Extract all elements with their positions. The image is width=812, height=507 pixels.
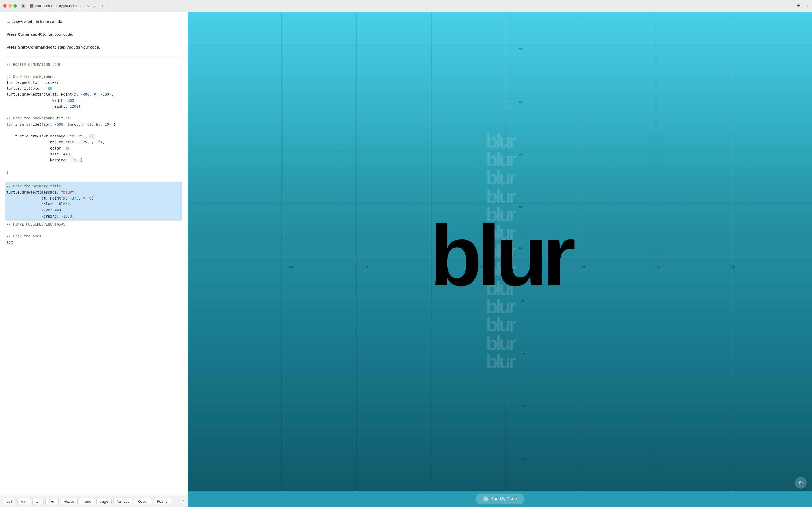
keyword-color[interactable]: Color	[134, 498, 152, 505]
code-drawtext5: kerning: -15.0)	[50, 158, 83, 162]
comment-poster: // POSTER GENERATION CODE	[6, 62, 61, 67]
code-drawtext3: color: ,	[50, 146, 72, 150]
blur-row-12: blur	[486, 334, 514, 352]
blur-row-2: blur	[486, 150, 514, 169]
code-drawtext1: turtle.drawText(message: "blur",	[15, 134, 85, 138]
color-swatch-cyan	[48, 87, 52, 91]
keyword-bar: let var if for while func page turtle Co…	[0, 496, 188, 507]
keyword-while[interactable]: while	[60, 498, 77, 505]
code-drawrect3: height: 1200)	[6, 104, 80, 109]
traffic-lights	[3, 4, 17, 7]
divider	[6, 57, 181, 57]
blur-row-4: blur	[486, 187, 514, 206]
window-title: 📓 Blur - Lesson.playgroundbook	[30, 4, 81, 8]
keyword-func[interactable]: func	[79, 498, 95, 505]
sidebar-toggle-button[interactable]: ⊞	[22, 3, 25, 8]
keyword-expand-button[interactable]: ⌃	[181, 499, 185, 504]
code-drawrect1: turtle.drawRectangle(at: Point(x: -400, …	[6, 92, 113, 97]
run-icon: ▶	[483, 496, 488, 502]
nav-buttons: ‹ ›	[100, 2, 111, 9]
code-drawtext4: size: 440,	[50, 152, 72, 156]
copy-drawtext1[interactable]: ⧉	[90, 134, 95, 139]
color-swatch-gray	[66, 147, 69, 150]
prose-text: … to see what the turtle can do. Press C…	[0, 16, 188, 53]
close-button[interactable]	[3, 4, 7, 7]
minimize-button[interactable]	[8, 4, 12, 7]
code-pencolor: turtle.penColor = .clear	[6, 80, 59, 84]
preview-canvas: blur blur blur blur blur blur blur blur …	[188, 12, 812, 491]
code-drawtext2: at: Point(x: -375, y: i),	[50, 140, 105, 144]
blur-main-title: blur	[429, 213, 570, 299]
code-panel: … to see what the turtle can do. Press C…	[0, 12, 188, 507]
keyword-let[interactable]: let	[3, 498, 16, 505]
comment-bg: // Draw the background	[6, 74, 55, 79]
maximize-button[interactable]	[13, 4, 17, 7]
blur-row-1: blur	[486, 132, 514, 150]
keyword-point[interactable]: Point	[154, 498, 171, 505]
code-fillcolor: turtle.fillColor =	[6, 86, 52, 91]
title-text: Blur - Lesson.playgroundbook	[35, 4, 81, 8]
sketch-label-container: Sketch	[85, 3, 95, 8]
keyword-if[interactable]: if	[33, 498, 44, 505]
keyword-for[interactable]: for	[45, 498, 59, 505]
comment-bg-titles: // Draw the background titles	[6, 116, 70, 120]
highlighted-code: // Draw the primary title turtle.drawTex…	[6, 183, 181, 219]
comment-final: // FINAL HOUSEKEEPING TASKS	[6, 222, 65, 226]
run-button-label: Run My Code	[490, 497, 517, 501]
code-let: let	[6, 240, 13, 244]
keyword-turtle[interactable]: turtle	[113, 498, 133, 505]
blur-row-13: blur	[486, 352, 514, 371]
highlighted-block: // Draw the primary title turtle.drawTex…	[5, 181, 182, 221]
code-drawrect2: width: 800,	[6, 98, 76, 103]
prose-line-3: Press Shift-Command-R to step through yo…	[6, 44, 181, 51]
keyword-page[interactable]: page	[97, 498, 112, 505]
code-for: for i in stride(from: -600, through: 60,…	[6, 122, 115, 126]
step-button[interactable]: ↻	[795, 477, 807, 489]
main-area: … to see what the turtle can do. Press C…	[0, 12, 812, 507]
blur-row-11: blur	[486, 316, 514, 334]
titlebar: ⊞ 📓 Blur - Lesson.playgroundbook Sketch …	[0, 0, 812, 12]
share-button[interactable]: ↑	[807, 3, 809, 8]
keyword-var[interactable]: var	[17, 498, 31, 505]
sketch-label: Sketch	[85, 5, 95, 8]
add-page-button[interactable]: +	[795, 2, 802, 9]
prose-line-2: Press Command-R to run your code.	[6, 31, 181, 38]
comment-axes: // Draw the axes	[6, 234, 41, 238]
code-editor-bottom[interactable]: // FINAL HOUSEKEEPING TASKS // Draw the …	[0, 221, 188, 245]
run-button[interactable]: ▶ Run My Code	[475, 494, 524, 504]
code-editor[interactable]: // POSTER GENERATION CODE // Draw the ba…	[0, 61, 188, 181]
forward-button[interactable]: ›	[106, 2, 111, 9]
title-icon: 📓	[30, 4, 34, 8]
preview-bottom-bar: ▶ Run My Code	[188, 491, 812, 507]
code-scroll[interactable]: … to see what the turtle can do. Press C…	[0, 12, 188, 496]
blur-row-3: blur	[486, 169, 514, 187]
back-button[interactable]: ‹	[100, 2, 105, 9]
preview-panel: blur blur blur blur blur blur blur blur …	[188, 12, 812, 507]
prose-line-1: … to see what the turtle can do.	[6, 18, 181, 25]
